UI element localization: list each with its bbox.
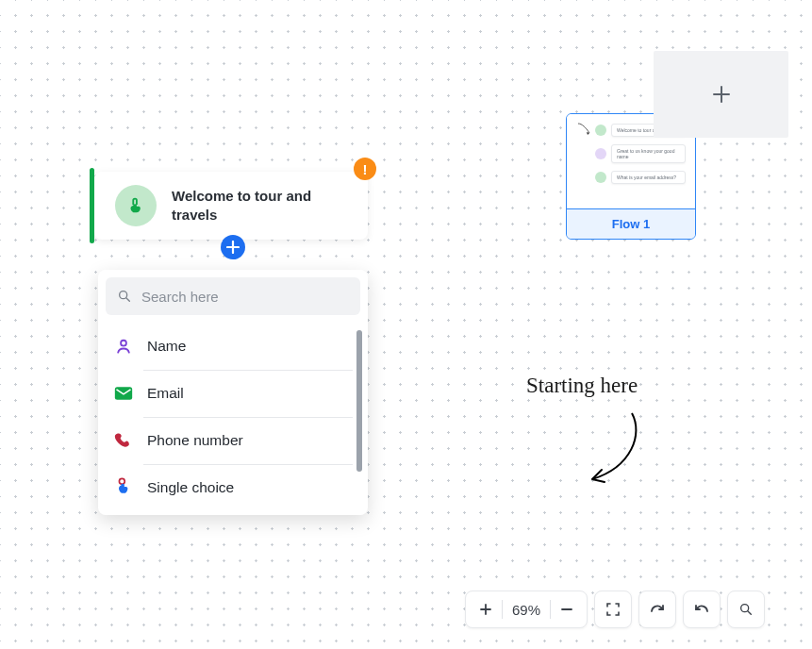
svg-point-3 [119, 478, 124, 484]
tap-icon [113, 477, 134, 498]
minus-icon [560, 603, 573, 616]
welcome-node-title: Welcome to tour and travels [172, 187, 353, 225]
redo-button[interactable] [638, 591, 676, 628]
annotation-arrow-icon [575, 406, 660, 495]
zoom-control: 69% [465, 591, 588, 628]
field-type-dropdown: Name Email Phone number Single choice [98, 270, 368, 515]
phone-icon [113, 430, 134, 451]
mini-node-dot [595, 172, 606, 183]
mini-arrow-icon [576, 122, 595, 139]
plus-icon [710, 83, 733, 106]
field-option-name[interactable]: Name [106, 323, 360, 370]
field-option-phone[interactable]: Phone number [106, 417, 360, 464]
field-option-label: Single choice [147, 479, 234, 496]
tap-circle-icon [115, 185, 157, 226]
field-option-single-choice[interactable]: Single choice [106, 464, 360, 511]
field-option-label: Phone number [147, 432, 243, 449]
svg-point-4 [741, 605, 749, 612]
search-box[interactable] [106, 277, 360, 315]
fit-screen-button[interactable] [594, 591, 632, 628]
zoom-out-button[interactable] [551, 591, 583, 627]
fullscreen-icon [605, 602, 621, 617]
mini-card: What is your email address? [611, 171, 686, 184]
undo-button[interactable] [683, 591, 721, 628]
node-accent [90, 168, 94, 243]
mini-node-dot [595, 148, 606, 159]
canvas-toolbar: 69% [465, 591, 765, 628]
welcome-node[interactable]: Welcome to tour and travels [94, 172, 368, 240]
mini-node-dot [595, 125, 606, 136]
search-input[interactable] [141, 289, 349, 305]
plus-icon [479, 603, 492, 616]
warning-icon[interactable]: ! [354, 158, 376, 180]
search-icon [738, 602, 754, 617]
person-icon [113, 336, 134, 357]
undo-icon [693, 603, 710, 616]
add-flow-tile[interactable] [654, 51, 788, 138]
annotation-text: Starting here [526, 374, 638, 398]
search-canvas-button[interactable] [727, 591, 765, 628]
mini-card: Great to us know your good name [611, 144, 686, 163]
field-option-label: Email [147, 385, 184, 402]
field-option-email[interactable]: Email [106, 370, 360, 417]
add-step-button[interactable] [221, 235, 245, 259]
zoom-in-button[interactable] [470, 591, 502, 627]
svg-point-1 [121, 341, 126, 346]
redo-icon [649, 603, 666, 616]
zoom-level[interactable]: 69% [503, 591, 550, 627]
dropdown-list: Name Email Phone number Single choice [106, 323, 360, 515]
search-icon [117, 289, 132, 304]
mail-icon [113, 383, 134, 404]
svg-point-0 [120, 291, 127, 299]
field-option-label: Name [147, 338, 186, 355]
flow-label: Flow 1 [567, 208, 695, 239]
